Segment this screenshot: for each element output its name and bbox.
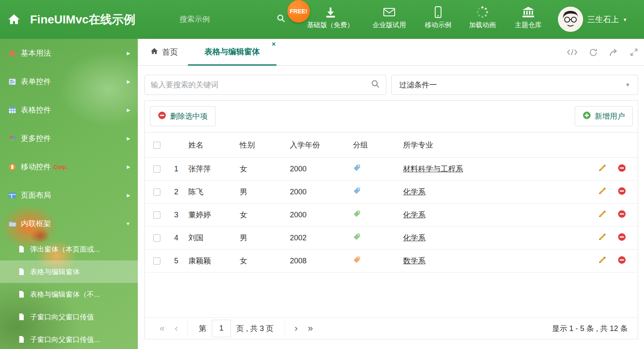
edit-icon[interactable] xyxy=(598,164,606,174)
major-link[interactable]: 材料科学与工程系 xyxy=(403,165,463,173)
avatar[interactable] xyxy=(558,7,583,32)
table-row: 3 董婷婷 女 2000 化学系 xyxy=(145,204,638,227)
keyword-search-input[interactable] xyxy=(151,81,371,89)
row-checkbox[interactable] xyxy=(153,234,160,242)
nav-label: 企业版试用 xyxy=(373,21,406,30)
edit-icon[interactable] xyxy=(598,187,606,197)
code-icon[interactable] xyxy=(567,48,578,56)
row-checkbox[interactable] xyxy=(153,257,160,265)
prev-page-icon[interactable]: ‹ xyxy=(169,323,183,334)
tag-icon[interactable] xyxy=(353,165,361,173)
tag-icon[interactable] xyxy=(353,257,361,265)
add-user-button[interactable]: 新增用户 xyxy=(575,106,633,126)
major-link[interactable]: 化学系 xyxy=(403,211,426,219)
expand-icon[interactable] xyxy=(630,48,638,56)
nav-loading-animation[interactable]: 加载动画 xyxy=(466,5,499,30)
first-page-icon[interactable]: « xyxy=(155,323,169,334)
delete-row-icon[interactable] xyxy=(618,210,626,220)
delete-row-icon[interactable] xyxy=(618,256,626,266)
tag-icon[interactable] xyxy=(353,188,361,196)
mobile-icon xyxy=(8,163,21,171)
search-icon[interactable] xyxy=(371,79,380,90)
refresh-icon[interactable] xyxy=(589,48,598,57)
home-icon[interactable] xyxy=(8,13,20,28)
delete-row-icon[interactable] xyxy=(618,233,626,243)
cell-year: 2008 xyxy=(286,250,350,273)
tab-bar: 首页 表格与编辑窗体 × xyxy=(138,39,644,66)
sidebar-item-form-controls[interactable]: 表单控件 ▶ xyxy=(0,67,138,96)
sidebar-item-more-controls[interactable]: 更多控件 ▶ xyxy=(0,124,138,153)
sidebar-subitem-popup-window[interactable]: 弹出窗体（本页面或... xyxy=(0,238,138,260)
delete-row-icon[interactable] xyxy=(618,187,626,197)
tab-home[interactable]: 首页 xyxy=(150,39,178,66)
nav-label: 加载动画 xyxy=(469,21,496,30)
next-page-icon[interactable]: › xyxy=(289,323,303,334)
search-icon[interactable] xyxy=(276,14,286,25)
row-checkbox[interactable] xyxy=(153,189,160,196)
share-icon[interactable] xyxy=(609,48,619,57)
tab-toolbar xyxy=(567,39,638,66)
file-icon xyxy=(18,245,30,253)
row-checkbox[interactable] xyxy=(153,166,160,173)
last-page-icon[interactable]: » xyxy=(303,323,317,334)
tag-icon[interactable] xyxy=(353,234,361,242)
close-icon[interactable]: × xyxy=(272,41,276,48)
sidebar-item-label: 更多控件 xyxy=(21,133,51,143)
sidebar-item-label: 移动控件 xyxy=(21,162,51,172)
sidebar-item-label: 表格控件 xyxy=(21,105,51,115)
users-table: 姓名 性别 入学年份 分组 所学专业 1 xyxy=(145,132,638,273)
sidebar-item-page-layout[interactable]: 页面布局 ▶ xyxy=(0,181,138,209)
sidebar-subitem-grid-edit-window[interactable]: 表格与编辑窗体 xyxy=(0,260,138,283)
sidebar-item-label: 内联框架 xyxy=(21,219,51,229)
table-row: 4 刘国 男 2002 化学系 xyxy=(145,227,638,250)
cell-name: 康颖颖 xyxy=(184,250,236,273)
table-icon xyxy=(8,106,21,114)
tab-active[interactable]: 表格与编辑窗体 × xyxy=(188,39,276,66)
cell-actions xyxy=(579,204,638,227)
cell-year: 2002 xyxy=(286,227,350,250)
chevron-right-icon: ▶ xyxy=(127,193,130,198)
sidebar-subitem-child-to-parent-2[interactable]: 子窗口向父窗口传值... xyxy=(0,328,138,349)
major-link[interactable]: 化学系 xyxy=(403,188,426,196)
nav-theme-store[interactable]: 主题仓库 xyxy=(512,5,545,30)
mail-icon xyxy=(383,5,396,19)
cell-group xyxy=(350,227,399,250)
tag-icon[interactable] xyxy=(353,211,361,219)
edit-icon[interactable] xyxy=(598,210,606,220)
select-all-checkbox[interactable] xyxy=(153,142,160,149)
caret-down-icon: ▼ xyxy=(623,17,627,22)
cell-group xyxy=(350,204,399,227)
spinner-icon xyxy=(476,5,489,19)
sidebar-subitem-grid-edit-window-2[interactable]: 表格与编辑窗体（不... xyxy=(0,283,138,306)
edit-icon[interactable] xyxy=(598,256,606,266)
pagination-bar: « ‹ 第 页 , 共 3 页 › » 显示 1 - 5 条 , 共 12 条 xyxy=(145,317,638,339)
major-link[interactable]: 化学系 xyxy=(403,234,426,242)
file-icon xyxy=(18,268,30,275)
header-search-input[interactable] xyxy=(180,15,276,24)
major-link[interactable]: 数学系 xyxy=(403,257,426,265)
sidebar-subitem-child-to-parent[interactable]: 子窗口向父窗口传值 xyxy=(0,306,138,328)
chevron-right-icon: ▶ xyxy=(127,51,130,56)
sidebar-item-mobile-controls[interactable]: 移动控件 Corp. ▶ xyxy=(0,153,138,181)
edit-icon[interactable] xyxy=(598,233,606,243)
add-circle-icon xyxy=(583,111,591,122)
main-content: 首页 表格与编辑窗体 × xyxy=(138,39,644,349)
filter-dropdown[interactable]: 过滤条件一 ▼ xyxy=(391,75,638,95)
page-number-input[interactable] xyxy=(212,320,231,337)
folder-icon xyxy=(8,220,21,227)
file-icon xyxy=(18,290,30,298)
nav-basic-free[interactable]: 基础版（免费） xyxy=(305,5,356,30)
nav-label: 移动示例 xyxy=(425,21,451,30)
nav-enterprise-trial[interactable]: 企业版试用 xyxy=(368,5,410,30)
sidebar-item-grid-controls[interactable]: 表格控件 ▶ xyxy=(0,96,138,124)
user-menu[interactable]: 三生石上 ▼ xyxy=(587,0,627,39)
cell-year: 2000 xyxy=(286,181,350,204)
cell-actions xyxy=(579,158,638,181)
delete-row-icon[interactable] xyxy=(618,164,626,174)
nav-mobile-demo[interactable]: 移动示例 xyxy=(422,5,454,30)
sidebar-item-iframe[interactable]: 内联框架 ▼ xyxy=(0,209,138,238)
row-checkbox[interactable] xyxy=(153,211,160,219)
sidebar-item-basic-usage[interactable]: 基本用法 ▶ xyxy=(0,39,138,67)
table-row: 5 康颖颖 女 2008 数学系 xyxy=(145,250,638,273)
delete-selected-button[interactable]: 删除选中项 xyxy=(150,106,216,126)
